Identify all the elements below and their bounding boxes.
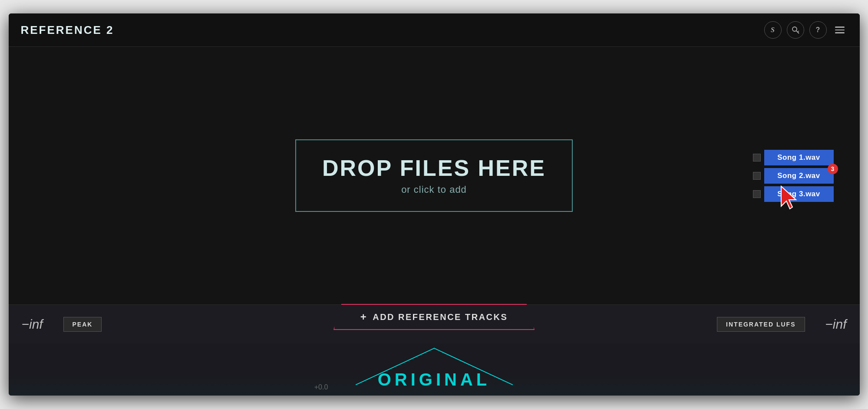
plus-icon: + xyxy=(360,311,368,323)
inf-right-value: −inf xyxy=(812,317,847,332)
song-badge-wrapper-2: Song 2.wav 3 xyxy=(764,168,834,184)
main-area: DROP FILES HERE or click to add Song 1.w… xyxy=(9,47,860,304)
bottom-left: −inf PEAK xyxy=(22,317,102,332)
peak-button[interactable]: PEAK xyxy=(63,317,102,332)
drop-subtitle: or click to add xyxy=(401,184,467,195)
svg-marker-3 xyxy=(781,186,796,209)
list-item: Song 1.wav xyxy=(753,150,834,165)
badge-count: 3 xyxy=(828,164,838,174)
title-bar: REFERENCE 2 S ? xyxy=(9,13,860,47)
drop-title: DROP FILES HERE xyxy=(322,156,546,181)
menu-button[interactable] xyxy=(832,23,848,36)
drop-zone[interactable]: DROP FILES HERE or click to add xyxy=(295,139,573,212)
song-checkbox-3[interactable] xyxy=(753,190,761,198)
menu-icon-line2 xyxy=(835,30,845,31)
svg-line-2 xyxy=(798,31,799,32)
add-reference-button[interactable]: + ADD REFERENCE TRACKS xyxy=(333,304,535,330)
inf-left-value: −inf xyxy=(22,317,56,332)
svg-point-0 xyxy=(792,27,797,31)
song-checkbox-2[interactable] xyxy=(753,172,761,180)
key-button[interactable] xyxy=(787,21,804,39)
s-button[interactable]: S xyxy=(764,21,782,39)
song-button-1[interactable]: Song 1.wav xyxy=(764,150,834,165)
help-button[interactable]: ? xyxy=(809,21,827,39)
menu-icon-line1 xyxy=(835,26,845,28)
extended-bottom: ORIGINAL +0.0 xyxy=(9,343,860,396)
song-checkbox-1[interactable] xyxy=(753,154,761,162)
plugin-window: REFERENCE 2 S ? DROP FILES HERE xyxy=(9,13,860,396)
app-title: REFERENCE 2 xyxy=(21,23,114,37)
integrated-lufs-button[interactable]: INTEGRATED LUFS xyxy=(717,317,805,332)
menu-icon-line3 xyxy=(835,32,845,33)
add-reference-wrapper: + ADD REFERENCE TRACKS xyxy=(333,304,535,330)
list-item: Song 2.wav 3 xyxy=(753,168,834,184)
song-button-2[interactable]: Song 2.wav xyxy=(764,168,834,184)
title-controls: S ? xyxy=(764,21,848,39)
bottom-bar: −inf PEAK + ADD REFERENCE TRACKS INTEGRA… xyxy=(9,304,860,343)
add-reference-label: ADD REFERENCE TRACKS xyxy=(373,312,508,322)
reflection xyxy=(9,374,860,396)
bottom-right: INTEGRATED LUFS −inf xyxy=(717,317,846,332)
